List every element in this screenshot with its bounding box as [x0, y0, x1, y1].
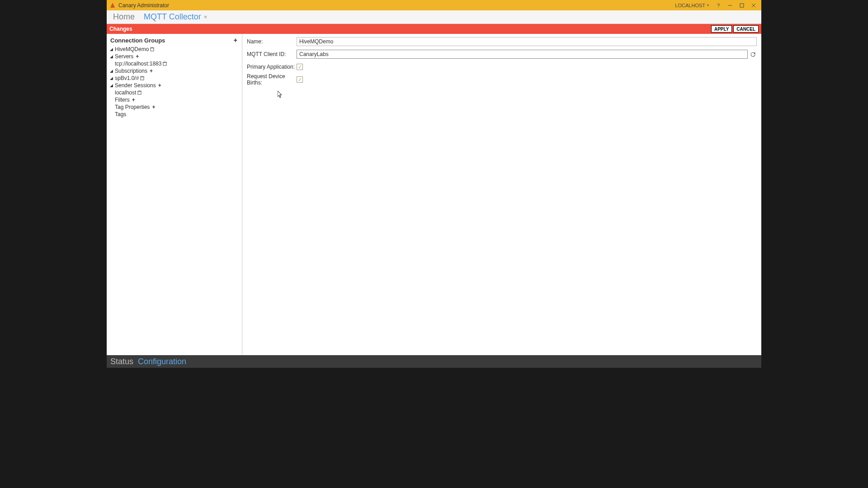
collapse-icon[interactable]: ◢: [109, 76, 113, 80]
bottom-tab-configuration[interactable]: Configuration: [138, 357, 186, 366]
tab-home[interactable]: Home: [108, 11, 139, 23]
primary-checkbox[interactable]: [297, 64, 303, 70]
form-row-primary: Primary Application:: [247, 62, 757, 72]
sidebar: Connection Groups + ◢ HiveMQDemo ◢ Serve…: [107, 34, 242, 355]
trash-icon[interactable]: [140, 76, 145, 80]
add-connection-group-button[interactable]: +: [233, 37, 238, 44]
trash-icon[interactable]: [137, 90, 142, 95]
host-label: LOCALHOST: [675, 3, 705, 8]
svg-rect-8: [163, 62, 166, 66]
changes-label: Changes: [109, 26, 132, 32]
tab-bar: Home MQTT Collector ×: [107, 10, 761, 24]
refresh-clientid-button[interactable]: [749, 50, 757, 59]
sidebar-header: Connection Groups +: [109, 36, 239, 46]
svg-rect-2: [740, 4, 744, 7]
svg-rect-5: [151, 48, 154, 51]
svg-marker-0: [110, 3, 115, 8]
tab-close-icon[interactable]: ×: [204, 14, 208, 20]
svg-rect-14: [138, 91, 141, 94]
request-device-births-checkbox[interactable]: [297, 76, 303, 83]
clientid-input[interactable]: CanaryLabs: [297, 50, 748, 59]
collapse-icon[interactable]: ◢: [109, 83, 113, 88]
connection-tree: ◢ HiveMQDemo ◢ Servers + ◢ tcp://localho…: [109, 46, 239, 118]
primary-label: Primary Application:: [247, 64, 297, 70]
add-server-button[interactable]: +: [135, 53, 139, 60]
collapse-icon[interactable]: ◢: [109, 47, 113, 52]
app-icon: [109, 2, 116, 9]
form-row-rdb: Request Device Births:: [247, 75, 757, 84]
apply-button[interactable]: APPLY: [711, 25, 732, 33]
cancel-button[interactable]: CANCEL: [733, 25, 759, 33]
chevron-down-icon: ▾: [707, 3, 709, 7]
trash-icon[interactable]: [163, 61, 167, 66]
tree-node-group[interactable]: ◢ HiveMQDemo: [109, 46, 239, 52]
main-area: Connection Groups + ◢ HiveMQDemo ◢ Serve…: [107, 34, 761, 355]
titlebar: Canary Administrator LOCALHOST ▾ ?: [107, 0, 761, 10]
tree-node-filters[interactable]: ◢ Filters +: [109, 97, 239, 103]
help-button[interactable]: ?: [712, 0, 724, 10]
bottom-bar: Status Configuration: [107, 355, 761, 368]
collapse-icon[interactable]: ◢: [109, 54, 113, 59]
tree-node-sender-sessions[interactable]: ◢ Sender Sessions +: [109, 82, 239, 89]
svg-rect-11: [141, 77, 144, 80]
tree-node-server[interactable]: ◢ tcp://localhost:1883: [109, 61, 239, 67]
tree-node-tag-properties[interactable]: ◢ Tag Properties +: [109, 104, 239, 110]
form-row-clientid: MQTT Client ID: CanaryLabs: [247, 49, 757, 59]
add-subscription-button[interactable]: +: [149, 68, 153, 74]
changes-bar: Changes APPLY CANCEL: [107, 24, 761, 34]
bottom-tab-status[interactable]: Status: [110, 357, 133, 366]
tree-node-servers[interactable]: ◢ Servers +: [109, 53, 239, 60]
tree-node-tags[interactable]: ◢ Tags: [109, 111, 239, 117]
rdb-label: Request Device Births:: [247, 73, 297, 86]
form-row-name: Name: HiveMQDemo: [247, 37, 757, 47]
tree-node-topic[interactable]: ◢ spBv1.0/#: [109, 75, 239, 81]
add-session-button[interactable]: +: [157, 82, 161, 89]
tree-node-session[interactable]: ◢ localhost: [109, 89, 239, 96]
minimize-button[interactable]: [724, 0, 736, 10]
host-dropdown[interactable]: LOCALHOST ▾: [671, 0, 712, 10]
content-panel: Name: HiveMQDemo MQTT Client ID: CanaryL…: [242, 34, 761, 355]
add-filter-button[interactable]: +: [131, 97, 135, 103]
collapse-icon[interactable]: ◢: [109, 69, 113, 73]
name-label: Name:: [247, 38, 297, 45]
app-window: Canary Administrator LOCALHOST ▾ ? Home …: [107, 0, 761, 368]
window-title: Canary Administrator: [118, 2, 671, 9]
tab-mqtt-collector[interactable]: MQTT Collector ×: [139, 11, 212, 23]
sidebar-title: Connection Groups: [110, 37, 165, 44]
clientid-label: MQTT Client ID:: [247, 51, 297, 57]
name-input[interactable]: HiveMQDemo: [297, 37, 757, 46]
close-button[interactable]: [748, 0, 760, 10]
tree-node-subscriptions[interactable]: ◢ Subscriptions +: [109, 68, 239, 74]
trash-icon[interactable]: [150, 47, 155, 52]
maximize-button[interactable]: [736, 0, 748, 10]
add-tag-property-button[interactable]: +: [151, 104, 155, 110]
